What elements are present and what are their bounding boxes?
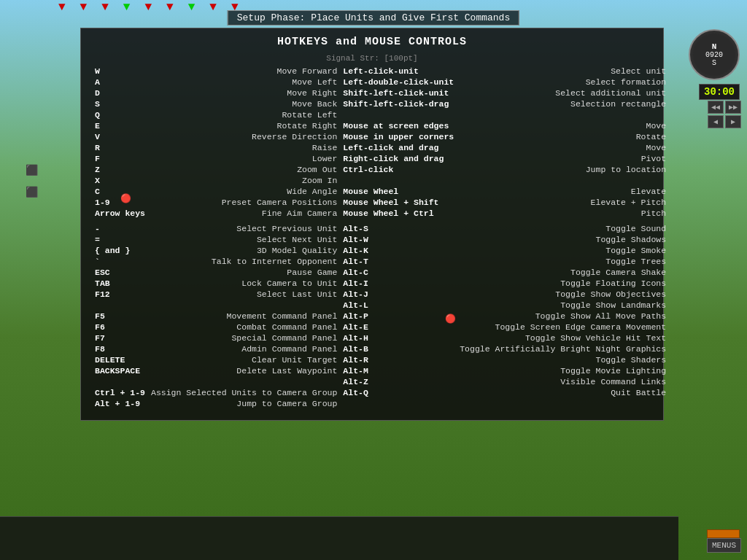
key-cell: Arrow keys (92, 208, 148, 219)
key-cell: Q (92, 109, 148, 120)
key-cell: { and } (92, 245, 148, 256)
mouse-key-cell: Left-click-unit (340, 66, 457, 77)
key-cell: D (92, 88, 148, 98)
table-row: W Move Forward Left-click-unit Select un… (92, 66, 669, 77)
mouse-action-cell: Move (457, 120, 669, 131)
action-cell: Assign Selected Units to Camera Group (148, 387, 340, 398)
menus-label: MENUS (712, 541, 736, 550)
status-text: Setup Phase: Place Units and Give First … (237, 12, 510, 23)
arrow-1: ▼ (58, 1, 66, 14)
mouse-action-cell: Visible Command Links (457, 376, 669, 387)
mouse-key-cell: Alt-I (340, 278, 457, 289)
mouse-key-cell: Alt-H (340, 332, 457, 343)
arrow-7: ▼ (188, 1, 196, 14)
status-bar: Setup Phase: Place Units and Give First … (228, 10, 519, 26)
control-buttons[interactable]: ◀◀ ▶▶ ◀ ▶ (708, 101, 741, 128)
action-cell: Pause Game (148, 267, 340, 278)
table-row: E Rotate Right Mouse at screen edges Mov… (92, 120, 669, 131)
table-row: F12 Select Last Unit Alt-J Toggle Show O… (92, 289, 669, 300)
mouse-key-cell: Mouse at screen edges (340, 120, 457, 131)
key-cell: ESC (92, 267, 148, 278)
table-row: { and } 3D Model Quality Alt-K Toggle Sm… (92, 245, 669, 256)
arrow-6: ▼ (166, 1, 174, 14)
table-row: 1-9 Preset Camera Positions Mouse Wheel … (92, 197, 669, 208)
mouse-action-cell: Toggle Show Objectives (457, 289, 669, 300)
mouse-action-cell (457, 109, 669, 120)
mouse-key-cell: Right-click and drag (340, 153, 457, 164)
key-cell: V (92, 131, 148, 142)
table-row: - Select Previous Unit Alt-S Toggle Soun… (92, 223, 669, 234)
mouse-key-cell: Alt-C (340, 267, 457, 278)
hotkeys-panel: HOTKEYS and MOUSE CONTROLS Signal Str: [… (80, 28, 664, 421)
fast-forward-button[interactable]: ▶▶ (725, 101, 741, 114)
action-cell: Combat Command Panel (148, 322, 340, 332)
table-row: Ctrl + 1-9 Assign Selected Units to Came… (92, 387, 669, 398)
mouse-key-cell: Alt-Z (340, 376, 457, 387)
mouse-key-cell: Ctrl-click (340, 164, 457, 175)
mouse-action-cell: Toggle Sound (457, 223, 669, 234)
mouse-key-cell: Alt-L (340, 300, 457, 311)
menus-button[interactable]: MENUS (707, 538, 741, 553)
key-cell (92, 376, 148, 387)
action-cell: Move Left (148, 77, 340, 88)
table-row: F7 Special Command Panel Alt-H Toggle Sh… (92, 332, 669, 343)
action-cell: Lower (148, 153, 340, 164)
table-row: F6 Combat Command Panel Alt-E Toggle Scr… (92, 322, 669, 332)
timer-display: 30:00 (699, 84, 740, 100)
key-cell: - (92, 223, 148, 234)
table-row: F Lower Right-click and drag Pivot (92, 153, 669, 164)
mouse-action-cell: Toggle Trees (457, 256, 669, 267)
mouse-key-cell: Alt-P (340, 311, 457, 322)
table-row: = Select Next Unit Alt-W Toggle Shadows (92, 234, 669, 245)
mouse-action-cell (457, 175, 669, 186)
step-forward-button[interactable]: ▶ (725, 115, 741, 128)
mouse-action-cell: Toggle Movie Lighting (457, 365, 669, 376)
mouse-key-cell: Alt-K (340, 245, 457, 256)
mouse-key-cell: Left-double-click-unit (340, 77, 457, 88)
action-cell: 3D Model Quality (148, 245, 340, 256)
table-row: TAB Lock Camera to Unit Alt-I Toggle Flo… (92, 278, 669, 289)
rewind-button[interactable]: ◀◀ (708, 101, 724, 114)
timer-value: 30:00 (704, 86, 735, 98)
compass-north: N (712, 42, 717, 51)
hotkeys-table: W Move Forward Left-click-unit Select un… (92, 66, 669, 409)
mouse-key-cell: Mouse Wheel (340, 186, 457, 197)
mouse-action-cell: Toggle Show All Move Paths (457, 311, 669, 322)
mouse-action-cell: Quit Battle (457, 387, 669, 398)
key-cell: W (92, 66, 148, 77)
mouse-action-cell (457, 398, 669, 409)
action-cell: Movement Command Panel (148, 311, 340, 322)
arrow-5: ▼ (144, 1, 152, 14)
action-cell: Admin Command Panel (148, 343, 340, 354)
step-back-button[interactable]: ◀ (708, 115, 724, 128)
bottom-bar (0, 516, 678, 560)
action-cell: Talk to Internet Opponent (148, 256, 340, 267)
key-cell: X (92, 175, 148, 186)
mouse-key-cell: Alt-E (340, 322, 457, 332)
key-cell: Alt + 1-9 (92, 398, 148, 409)
mouse-action-cell: Toggle Screen Edge Camera Movement (457, 322, 669, 332)
action-cell: Jump to Camera Group (148, 398, 340, 409)
mouse-key-cell: Left-click and drag (340, 142, 457, 153)
mouse-action-cell: Select unit (457, 66, 669, 77)
mouse-key-cell (340, 398, 457, 409)
key-cell (92, 300, 148, 311)
mouse-action-cell: Jump to location (457, 164, 669, 175)
key-cell: S (92, 98, 148, 109)
key-cell: E (92, 120, 148, 131)
mouse-action-cell: Toggle Smoke (457, 245, 669, 256)
action-cell: Lock Camera to Unit (148, 278, 340, 289)
mouse-action-cell: Pitch (457, 208, 669, 219)
action-cell: Fine Aim Camera (148, 208, 340, 219)
signal-text: Signal Str: [100pt] (326, 54, 417, 63)
action-cell: Select Previous Unit (148, 223, 340, 234)
action-cell: Zoom Out (148, 164, 340, 175)
table-row: Alt-Z Visible Command Links (92, 376, 669, 387)
compass-time: 0920 (705, 51, 723, 59)
mouse-action-cell: Toggle Show Landmarks (457, 300, 669, 311)
mouse-key-cell: Alt-Q (340, 387, 457, 398)
compass: N 0920 S (689, 29, 740, 80)
table-row: S Move Back Shift-left-click-drag Select… (92, 98, 669, 109)
mouse-key-cell: Alt-J (340, 289, 457, 300)
action-cell: Select Last Unit (148, 289, 340, 300)
